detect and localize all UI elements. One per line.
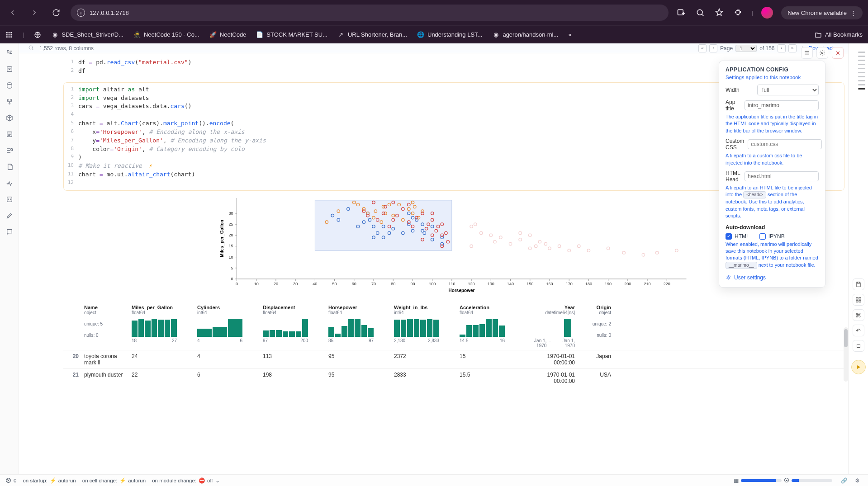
bookmark-star-icon[interactable] [714,7,725,18]
user-settings-link[interactable]: User settings [726,274,819,281]
svg-point-94 [382,236,384,239]
column-header[interactable]: Displacementfloat6497200 [260,303,326,350]
bookmark-overflow[interactable]: » [568,31,571,38]
column-header[interactable]: Originobjectunique: 2nulls: 0 [578,303,614,350]
search-icon[interactable] [28,45,34,52]
head-input[interactable] [745,171,819,181]
svg-point-117 [372,216,375,219]
site-info-icon[interactable]: i [77,9,85,17]
rail-scratch-icon[interactable] [5,211,14,221]
svg-point-170 [535,245,537,247]
svg-rect-9 [9,36,10,38]
bookmark-item-5[interactable]: 🌐Understanding LST... [417,31,482,38]
profile-avatar[interactable] [761,7,773,19]
svg-point-20 [29,46,33,49]
stop-icon[interactable] [853,340,864,352]
save-icon[interactable] [853,278,864,290]
run-all-button[interactable] [851,360,866,374]
cell-change-toggle[interactable]: on cell change: ⚡ autorun [82,477,146,484]
table-row[interactable]: 20toyota corona mark ii24411395237215197… [63,350,844,368]
chevron-down-icon: ⌄ [215,477,220,484]
bookmark-item-1[interactable]: 🥷NeetCode 150 - Co... [133,31,199,38]
table-scrollbar[interactable] [844,327,848,382]
db-icon[interactable]: ⦿ [784,478,789,483]
cards-icon[interactable]: ▦ [734,477,739,484]
link-icon[interactable]: 🔗 [839,475,849,486]
right-rail: ⌘ ↶ [848,43,868,474]
page-first-button[interactable]: « [698,44,707,52]
rail-data-icon[interactable] [5,80,14,90]
svg-point-166 [509,242,512,245]
gear-icon[interactable] [816,47,828,59]
page-prev-button[interactable]: ‹ [709,44,717,52]
rail-packages-icon[interactable] [5,113,14,123]
page-select[interactable]: 1 [735,45,757,52]
svg-point-149 [425,227,428,230]
svg-point-134 [372,201,375,203]
app-title-input[interactable] [745,100,819,110]
svg-text:190: 190 [605,282,612,286]
column-header[interactable]: Yeardatetime64[ns]Jan 1, 1970-Jan 1, 197… [522,303,578,350]
new-chrome-button[interactable]: New Chrome available ⋮ [781,6,863,19]
rail-docs-icon[interactable] [5,162,14,172]
svg-point-101 [411,229,414,232]
settings-gear-icon[interactable]: ⚙ [852,475,863,486]
page-next-button[interactable]: › [778,44,786,52]
svg-rect-8 [6,36,8,38]
rail-search-list-icon[interactable] [5,146,14,156]
rail-outline-icon[interactable] [5,129,14,139]
search-icon[interactable] [695,7,706,18]
apps-icon[interactable] [5,31,13,38]
startup-toggle[interactable]: on startup: ⚡ autorun [23,477,76,484]
minimap[interactable] [858,49,865,92]
column-header[interactable]: Weight_in_lbsint642,1302,833 [391,303,457,350]
html-checkbox[interactable]: ✓ [726,233,732,240]
table-row[interactable]: 21plymouth duster22619895283315.51970-01… [63,368,844,387]
config-title: APPLICATION CONFIG [726,66,819,73]
kebab-icon: ⋮ [850,9,856,16]
ipynb-checkbox[interactable] [759,233,766,240]
column-header[interactable]: Horsepowerfloat648597 [326,303,391,350]
address-bar[interactable]: i 127.0.0.1:2718 [71,5,669,21]
rail-dependencies-icon[interactable] [5,97,14,107]
column-header[interactable]: Accelerationfloat6414.516 [457,303,522,350]
back-button[interactable] [5,5,20,20]
svg-point-126 [408,208,410,210]
forward-button[interactable] [27,5,42,20]
extensions-icon[interactable] [733,7,744,18]
svg-point-168 [529,247,531,250]
css-input[interactable] [748,139,822,149]
column-header[interactable]: Nameobjectunique: 5nulls: 0 [81,303,129,350]
module-change-toggle[interactable]: on module change: ⛔ off ⌄ [152,477,219,484]
keyboard-icon[interactable]: ⌘ [853,309,864,321]
grid-icon[interactable] [853,294,864,306]
bookmark-item-2[interactable]: 🚀NeetCode [209,31,247,38]
svg-point-184 [519,231,522,234]
menu-icon[interactable]: ☰ [801,47,813,59]
rail-chat-icon[interactable] [5,227,14,237]
svg-text:20: 20 [274,282,278,286]
all-bookmarks-button[interactable]: All Bookmarks [815,31,863,38]
install-app-icon[interactable] [676,7,687,18]
bookmark-item-0[interactable]: ◉SDE_Sheet_Striver/D... [51,31,123,38]
bookmark-item-3[interactable]: 📄STOCK MARKET SU... [256,31,327,38]
svg-rect-0 [678,9,683,15]
rail-variables-icon[interactable] [5,64,14,74]
column-header[interactable]: Cylindersint6446 [194,303,260,350]
column-header[interactable]: Miles_per_Gallonfloat641827 [129,303,194,350]
bookmark-item-4[interactable]: ↗URL Shortener, Bran... [337,31,407,38]
rail-explorer-icon[interactable] [5,48,14,58]
rail-snippets-icon[interactable] [5,194,14,204]
bookmark-item-6[interactable]: ◉ageron/handson-ml... [492,31,558,38]
rail-logs-icon[interactable] [5,178,14,188]
svg-point-160 [446,240,449,243]
width-select[interactable]: full [757,85,819,95]
errors-indicator[interactable]: 0 [5,477,16,483]
bookmark-globe[interactable] [34,31,41,38]
svg-text:130: 130 [488,282,494,286]
reload-button[interactable] [49,5,63,20]
page-last-button[interactable]: » [788,44,797,52]
close-icon[interactable]: ✕ [832,47,844,59]
status-bar: 0 on startup: ⚡ autorun on cell change: … [0,474,868,486]
undo-icon[interactable]: ↶ [853,325,864,336]
